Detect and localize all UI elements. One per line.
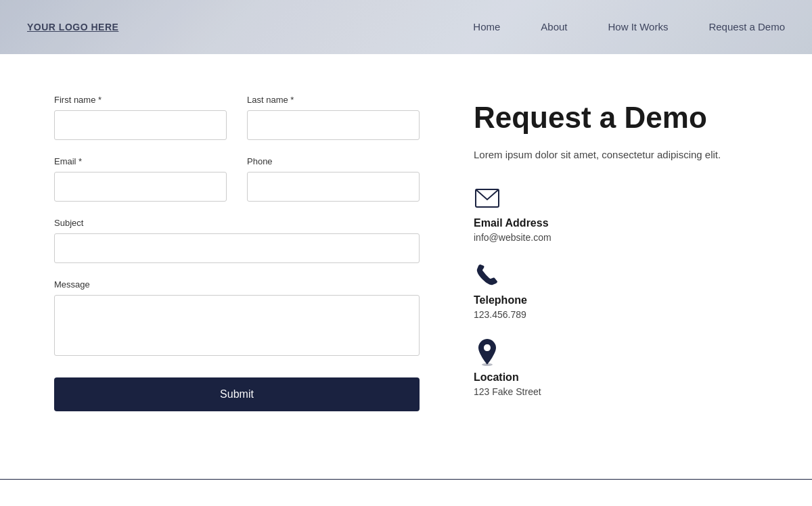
phone-icon bbox=[474, 262, 501, 289]
last-name-label: Last name * bbox=[247, 95, 420, 105]
first-name-group: First name * bbox=[54, 95, 227, 140]
email-group: Email * bbox=[54, 156, 227, 202]
email-contact-label: Email Address bbox=[474, 217, 758, 229]
page-description: Lorem ipsum dolor sit amet, consectetur … bbox=[474, 147, 758, 163]
email-label: Email * bbox=[54, 156, 227, 166]
email-input[interactable] bbox=[54, 172, 227, 202]
main-content: First name * Last name * Email * Phone S… bbox=[0, 54, 812, 479]
nav-home[interactable]: Home bbox=[473, 21, 500, 32]
location-contact-value: 123 Fake Street bbox=[474, 386, 758, 397]
page-title: Request a Demo bbox=[474, 101, 758, 134]
last-name-group: Last name * bbox=[247, 95, 420, 140]
nav-request-demo[interactable]: Request a Demo bbox=[708, 21, 785, 32]
message-input[interactable] bbox=[54, 295, 420, 356]
location-icon bbox=[474, 339, 501, 366]
footer-bar bbox=[0, 479, 812, 506]
svg-point-1 bbox=[482, 363, 493, 366]
message-label: Message bbox=[54, 279, 420, 290]
navbar: YOUR LOGO HERE Home About How It Works R… bbox=[0, 0, 812, 54]
email-contact: Email Address info@website.com bbox=[474, 185, 758, 243]
nav-how-it-works[interactable]: How It Works bbox=[608, 21, 669, 32]
last-name-input[interactable] bbox=[247, 110, 420, 140]
message-group: Message bbox=[54, 279, 420, 356]
contact-row: Email * Phone bbox=[54, 156, 420, 202]
mail-icon bbox=[474, 185, 501, 212]
location-contact: Location 123 Fake Street bbox=[474, 339, 758, 397]
subject-input[interactable] bbox=[54, 233, 420, 263]
phone-contact: Telephone 123.456.789 bbox=[474, 262, 758, 320]
subject-group: Subject bbox=[54, 218, 420, 263]
first-name-input[interactable] bbox=[54, 110, 227, 140]
submit-button[interactable]: Submit bbox=[54, 377, 420, 411]
nav-about[interactable]: About bbox=[541, 21, 567, 32]
phone-contact-value: 123.456.789 bbox=[474, 309, 758, 320]
form-section: First name * Last name * Email * Phone S… bbox=[54, 95, 420, 438]
phone-contact-label: Telephone bbox=[474, 294, 758, 306]
info-section: Request a Demo Lorem ipsum dolor sit ame… bbox=[474, 95, 758, 438]
location-contact-label: Location bbox=[474, 371, 758, 384]
first-name-label: First name * bbox=[54, 95, 227, 105]
logo[interactable]: YOUR LOGO HERE bbox=[27, 22, 118, 32]
nav-links: Home About How It Works Request a Demo bbox=[473, 21, 785, 33]
phone-label: Phone bbox=[247, 156, 420, 166]
phone-group: Phone bbox=[247, 156, 420, 202]
name-row: First name * Last name * bbox=[54, 95, 420, 140]
subject-label: Subject bbox=[54, 218, 420, 228]
phone-input[interactable] bbox=[247, 172, 420, 202]
email-contact-value: info@website.com bbox=[474, 232, 758, 243]
